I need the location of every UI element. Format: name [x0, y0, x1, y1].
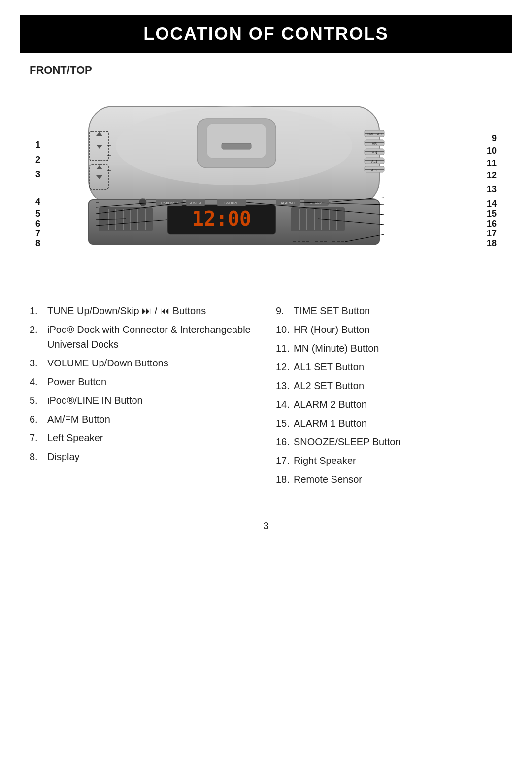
item-number: 5. — [30, 393, 47, 408]
svg-text:MN: MN — [372, 151, 377, 154]
list-item: 1.TUNE Up/Down/Skip ⏭ / ⏮ Buttons — [30, 303, 256, 318]
list-item: 13.AL2 SET Button — [276, 378, 502, 393]
list-item: 7.Left Speaker — [30, 430, 256, 445]
svg-text:HR: HR — [372, 142, 377, 145]
page-header: LOCATION OF CONTROLS — [20, 15, 512, 53]
left-items-column: 1.TUNE Up/Down/Skip ⏭ / ⏮ Buttons2.iPod®… — [30, 303, 256, 491]
callout-15: 15 — [487, 209, 497, 219]
item-text: ALARM 1 Button — [294, 416, 502, 430]
callout-2: 2 — [35, 155, 40, 165]
list-item: 11.MN (Minute) Button — [276, 341, 502, 356]
callout-7: 7 — [35, 229, 40, 239]
callout-5: 5 — [35, 209, 40, 219]
list-item: 12.AL1 SET Button — [276, 360, 502, 374]
device-diagram: 12:00 iPod/Line In AM/FM SNOOZE ALARM 1 … — [59, 92, 414, 259]
list-item: 5.iPod®/LINE IN Button — [30, 393, 256, 408]
item-text: Right Speaker — [294, 453, 502, 468]
list-item: 15.ALARM 1 Button — [276, 416, 502, 430]
item-text: HR (Hour) Button — [294, 322, 502, 337]
item-text: iPod® Dock with Connector & Interchangea… — [47, 322, 256, 352]
page-number: 3 — [0, 520, 532, 546]
item-number: 13. — [276, 378, 294, 393]
svg-text:12:00: 12:00 — [192, 207, 251, 230]
list-item: 16.SNOOZE/SLEEP Button — [276, 434, 502, 449]
list-item: 3.VOLUME Up/Down Buttons — [30, 356, 256, 370]
svg-text:AL1: AL1 — [371, 160, 378, 163]
item-text: Left Speaker — [47, 430, 256, 445]
callout-1: 1 — [35, 140, 40, 150]
callout-4: 4 — [35, 197, 40, 207]
item-text: ALARM 2 Button — [294, 397, 502, 412]
item-text: Power Button — [47, 374, 256, 389]
list-item: 6.AM/FM Button — [30, 412, 256, 427]
callout-17: 17 — [487, 229, 497, 239]
callout-8: 8 — [35, 238, 40, 249]
callout-12: 12 — [487, 170, 497, 181]
item-text: iPod®/LINE IN Button — [47, 393, 256, 408]
callout-18: 18 — [487, 238, 497, 249]
svg-text:SNOOZE: SNOOZE — [224, 201, 239, 205]
item-text: Display — [47, 449, 256, 464]
item-number: 4. — [30, 374, 47, 389]
item-number: 14. — [276, 397, 294, 412]
item-number: 18. — [276, 472, 294, 487]
item-text: AL1 SET Button — [294, 360, 502, 374]
section-label: FRONT/TOP — [30, 64, 502, 77]
item-text: AL2 SET Button — [294, 378, 502, 393]
callout-9: 9 — [492, 133, 497, 144]
item-number: 1. — [30, 303, 47, 318]
item-number: 9. — [276, 303, 294, 318]
diagram-area: 1 2 3 4 5 6 7 8 9 10 11 12 13 14 15 16 1… — [0, 82, 532, 289]
item-text: Remote Sensor — [294, 472, 502, 487]
item-number: 15. — [276, 416, 294, 430]
item-text: VOLUME Up/Down Buttons — [47, 356, 256, 370]
svg-text:AM/FM: AM/FM — [190, 201, 201, 205]
item-number: 10. — [276, 322, 294, 337]
item-text: AM/FM Button — [47, 412, 256, 427]
callout-13: 13 — [487, 184, 497, 195]
callout-14: 14 — [487, 199, 497, 209]
item-text: TIME SET Button — [294, 303, 502, 318]
list-item: 10.HR (Hour) Button — [276, 322, 502, 337]
item-number: 17. — [276, 453, 294, 468]
list-item: 9.TIME SET Button — [276, 303, 502, 318]
callout-3: 3 — [35, 169, 40, 180]
callout-10: 10 — [487, 146, 497, 156]
callout-6: 6 — [35, 219, 40, 229]
item-number: 2. — [30, 322, 47, 337]
list-item: 2.iPod® Dock with Connector & Interchang… — [30, 322, 256, 352]
item-text: MN (Minute) Button — [294, 341, 502, 356]
svg-rect-4 — [222, 143, 251, 149]
list-item: 8.Display — [30, 449, 256, 464]
item-number: 8. — [30, 449, 47, 464]
item-number: 7. — [30, 430, 47, 445]
item-number: 6. — [30, 412, 47, 427]
item-number: 12. — [276, 360, 294, 374]
item-number: 16. — [276, 434, 294, 449]
page-title: LOCATION OF CONTROLS — [39, 24, 493, 44]
svg-rect-3 — [207, 124, 266, 158]
items-section: 1.TUNE Up/Down/Skip ⏭ / ⏮ Buttons2.iPod®… — [30, 303, 502, 491]
list-item: 18.Remote Sensor — [276, 472, 502, 487]
svg-text:TIME SET: TIME SET — [366, 132, 383, 136]
callout-16: 16 — [487, 219, 497, 229]
item-number: 11. — [276, 341, 294, 356]
svg-text:AL2: AL2 — [371, 168, 378, 172]
svg-text:ALARM 1: ALARM 1 — [281, 201, 296, 205]
list-item: 4.Power Button — [30, 374, 256, 389]
item-number: 3. — [30, 356, 47, 370]
list-item: 17.Right Speaker — [276, 453, 502, 468]
callout-11: 11 — [487, 158, 497, 168]
list-item: 14.ALARM 2 Button — [276, 397, 502, 412]
right-items-column: 9.TIME SET Button10.HR (Hour) Button11.M… — [276, 303, 502, 491]
svg-point-38 — [139, 198, 147, 206]
item-text: SNOOZE/SLEEP Button — [294, 434, 502, 449]
item-text: TUNE Up/Down/Skip ⏭ / ⏮ Buttons — [47, 303, 256, 318]
